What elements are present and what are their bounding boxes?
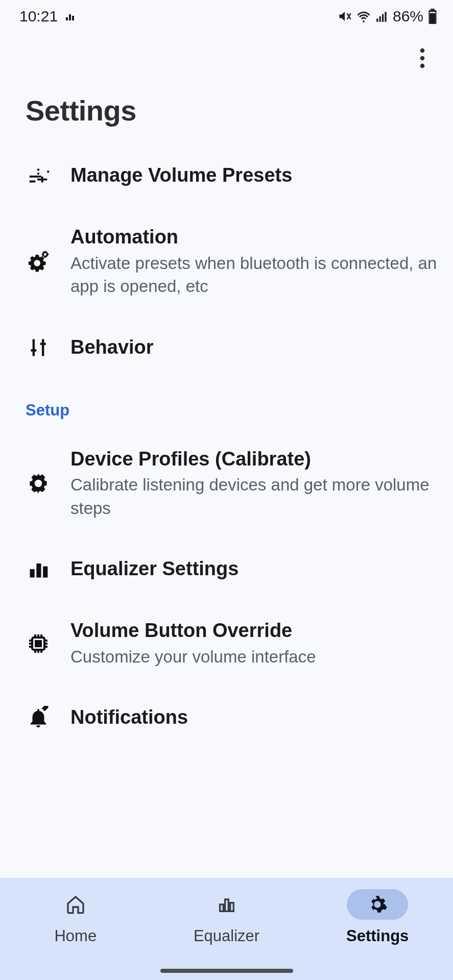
clock-text: 10:21 — [19, 8, 58, 25]
bell-edit-icon — [26, 705, 51, 730]
nav-label: Settings — [346, 927, 409, 945]
section-header-setup: Setup — [0, 379, 453, 429]
item-behavior[interactable]: Behavior — [0, 316, 453, 379]
gears-icon — [26, 249, 51, 274]
item-title: Device Profiles (Calibrate) — [70, 447, 438, 472]
svg-rect-23 — [36, 641, 41, 646]
item-automation[interactable]: Automation Activate presets when bluetoo… — [0, 207, 453, 316]
bar-chart-icon — [26, 556, 51, 582]
battery-icon — [427, 9, 438, 24]
svg-rect-2 — [72, 16, 74, 20]
equalizer-bars-icon — [217, 894, 237, 915]
mute-icon — [338, 9, 352, 23]
nav-label: Home — [54, 927, 97, 945]
status-bar-left: 10:21 — [19, 8, 76, 25]
item-subtitle: Calibrate listening devices and get more… — [70, 473, 438, 520]
svg-rect-19 — [30, 569, 35, 578]
item-device-profiles[interactable]: Device Profiles (Calibrate) Calibrate li… — [0, 429, 453, 538]
svg-rect-0 — [66, 17, 68, 20]
item-title: Behavior — [70, 335, 438, 360]
tune-icon — [26, 163, 51, 188]
signal-small-icon — [64, 10, 76, 22]
item-subtitle: Activate presets when bluetooth is conne… — [70, 252, 438, 298]
item-title: Notifications — [70, 705, 438, 730]
svg-rect-6 — [385, 12, 386, 22]
home-icon — [65, 894, 86, 915]
chip-icon — [26, 631, 51, 656]
svg-point-11 — [420, 48, 425, 53]
cell-signal-icon — [375, 10, 389, 23]
svg-rect-20 — [36, 564, 41, 578]
status-bar: 10:21 86% — [0, 0, 453, 33]
more-vert-icon — [419, 48, 425, 68]
item-notifications[interactable]: Notifications — [0, 687, 453, 749]
svg-rect-7 — [431, 9, 435, 10]
overflow-menu-button[interactable] — [410, 46, 435, 70]
item-title: Equalizer Settings — [70, 557, 438, 581]
item-title: Volume Button Override — [70, 619, 438, 643]
svg-rect-1 — [69, 14, 71, 20]
svg-rect-4 — [379, 16, 381, 22]
svg-rect-38 — [230, 903, 233, 912]
svg-rect-3 — [376, 18, 378, 22]
item-manage-volume-presets[interactable]: Manage Volume Presets — [0, 144, 453, 207]
home-indicator[interactable] — [160, 969, 293, 973]
nav-settings[interactable]: Settings — [302, 889, 453, 945]
gear-icon — [367, 894, 388, 915]
bottom-nav: Home Equalizer Settings — [0, 878, 453, 980]
sliders-vertical-icon — [26, 335, 51, 360]
nav-home[interactable]: Home — [0, 889, 151, 945]
page-title: Settings — [0, 84, 453, 144]
settings-list: Manage Volume Presets Automation Activat… — [0, 144, 453, 749]
item-subtitle: Customize your volume interface — [70, 645, 438, 669]
svg-rect-5 — [382, 14, 384, 22]
nav-equalizer[interactable]: Equalizer — [151, 889, 302, 945]
item-equalizer-settings[interactable]: Equalizer Settings — [0, 538, 453, 600]
svg-rect-36 — [220, 904, 223, 911]
speaker-gear-icon — [26, 471, 51, 496]
nav-label: Equalizer — [194, 927, 259, 945]
svg-point-13 — [420, 64, 425, 68]
svg-rect-21 — [43, 567, 47, 578]
item-title: Automation — [70, 225, 438, 250]
item-title: Manage Volume Presets — [70, 163, 438, 188]
wifi-icon — [356, 9, 371, 24]
svg-rect-10 — [430, 13, 435, 23]
status-bar-right: 86% — [338, 8, 438, 25]
svg-rect-37 — [225, 899, 228, 911]
svg-point-12 — [420, 56, 425, 61]
battery-pct: 86% — [393, 8, 423, 25]
app-bar — [0, 33, 453, 84]
item-volume-button-override[interactable]: Volume Button Override Customize your vo… — [0, 600, 453, 687]
